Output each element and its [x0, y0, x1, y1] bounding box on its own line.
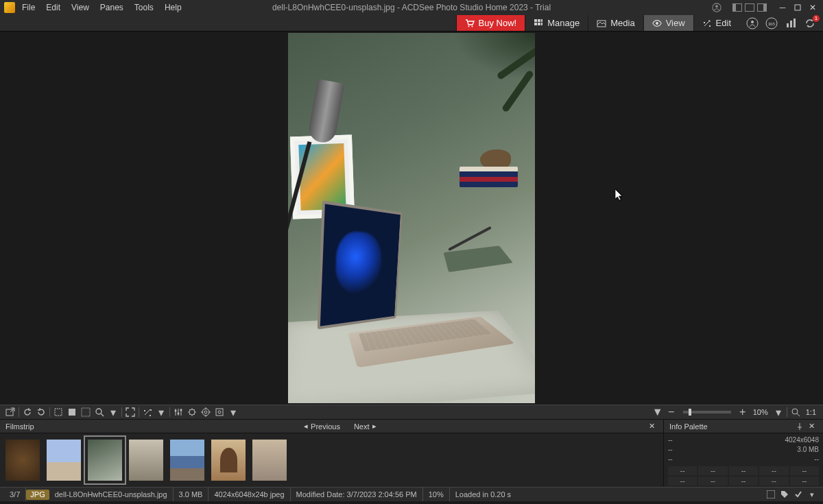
actual-size-button[interactable]: 1:1	[803, 408, 819, 416]
buy-now-button[interactable]: Buy Now!	[456, 15, 525, 31]
marquee-icon[interactable]	[80, 406, 92, 418]
menu-view[interactable]: View	[71, 3, 89, 12]
svg-point-33	[792, 409, 798, 414]
info-palette-panel: Info Palette ✕ --4024x6048 --3.0 MB ----…	[664, 420, 823, 487]
status-zoom: 10%	[423, 488, 450, 501]
filmstrip-close-icon[interactable]: ✕	[646, 422, 658, 431]
mouse-cursor	[615, 189, 623, 202]
rotate-right-icon[interactable]	[35, 406, 47, 418]
zoom-percent: 10%	[750, 408, 771, 416]
layout-right-icon[interactable]	[757, 3, 767, 12]
svg-point-25	[175, 410, 177, 412]
thumb-1[interactable]	[5, 440, 40, 481]
mode-view[interactable]: View	[643, 15, 693, 31]
adjust-icon[interactable]	[172, 406, 184, 418]
menu-help[interactable]: Help	[165, 3, 182, 12]
thumb-5[interactable]	[170, 440, 204, 481]
zoom-out-icon[interactable]: −	[665, 406, 678, 418]
layout-center-icon[interactable]	[745, 3, 754, 12]
svg-point-30	[204, 411, 207, 413]
info-dimensions: 4024x6048	[785, 436, 820, 444]
365-icon[interactable]: 365	[765, 17, 778, 29]
status-counter: 3/7	[4, 488, 26, 501]
maximize-button[interactable]	[793, 3, 802, 12]
info-field: --	[814, 455, 819, 463]
menu-tools[interactable]: Tools	[134, 3, 154, 12]
svg-rect-17	[787, 23, 789, 27]
rotate-left-icon[interactable]	[21, 406, 34, 418]
fit-icon[interactable]	[789, 406, 802, 418]
thumb-7[interactable]	[252, 440, 287, 481]
preset-dropdown-icon[interactable]: ▾	[227, 406, 239, 418]
app-icon	[4, 2, 15, 13]
zoom-dropdown-icon[interactable]: ▾	[107, 406, 119, 418]
svg-rect-22	[69, 409, 75, 416]
fx-icon[interactable]	[141, 406, 154, 418]
info-close-icon[interactable]: ✕	[806, 422, 818, 431]
preset-icon[interactable]	[213, 406, 226, 418]
zoom-in-icon[interactable]: +	[737, 406, 749, 418]
mode-manage[interactable]: Manage	[525, 15, 588, 31]
svg-rect-23	[82, 408, 90, 416]
select-icon[interactable]	[52, 406, 64, 418]
external-editor-icon[interactable]	[4, 406, 16, 418]
info-field: --	[668, 446, 673, 453]
layout-presets	[732, 3, 767, 12]
media-icon	[597, 19, 606, 28]
mode-media[interactable]: Media	[588, 15, 643, 31]
color-label-icon[interactable]	[765, 489, 776, 500]
svg-point-1	[715, 5, 718, 8]
svg-point-29	[202, 409, 209, 416]
menu-file[interactable]: File	[22, 3, 35, 12]
status-format-badge: JPG	[26, 490, 49, 500]
info-grid: ---------- ----------	[668, 466, 819, 485]
mode-edit[interactable]: Edit	[693, 15, 739, 31]
image-viewer[interactable]	[0, 32, 823, 405]
close-button[interactable]: ✕	[808, 3, 818, 12]
dashboard-icon[interactable]	[785, 17, 797, 29]
prev-chevron-icon[interactable]: ◂	[304, 422, 308, 431]
filmstrip-prev[interactable]: Previous	[311, 422, 340, 431]
window-title: dell-L8OnHwhCEE0-unsplash.jpg - ACDSee P…	[272, 3, 551, 12]
people-icon[interactable]	[746, 17, 759, 29]
filter-dropdown-icon[interactable]: ▼	[652, 406, 664, 418]
title-bar: File Edit View Panes Tools Help dell-L8O…	[0, 0, 823, 15]
svg-rect-9	[541, 19, 542, 22]
minimize-button[interactable]: ─	[778, 3, 787, 12]
tag-icon[interactable]	[779, 489, 790, 500]
account-icon[interactable]	[712, 3, 721, 12]
thumb-6[interactable]	[211, 440, 246, 481]
svg-point-4	[471, 25, 473, 27]
menu-edit[interactable]: Edit	[46, 3, 60, 12]
svg-text:365: 365	[768, 22, 776, 26]
cart-icon	[465, 19, 475, 28]
filmstrip-next[interactable]: Next	[354, 422, 370, 431]
target-icon[interactable]	[200, 406, 212, 418]
select-active-icon[interactable]	[66, 406, 78, 418]
thumb-2[interactable]	[47, 440, 81, 481]
svg-point-32	[218, 411, 221, 413]
sync-icon[interactable]: 1	[804, 17, 816, 29]
svg-point-14	[751, 21, 754, 23]
zoom-slider[interactable]	[683, 411, 731, 413]
status-dropdown-icon[interactable]: ▾	[807, 489, 818, 500]
svg-rect-18	[790, 21, 792, 27]
main-menu: File Edit View Panes Tools Help	[19, 3, 182, 12]
thumb-4[interactable]	[129, 440, 163, 481]
layout-left-icon[interactable]	[732, 3, 742, 12]
zoom-tool-icon[interactable]	[93, 406, 106, 418]
zoom-pct-dropdown-icon[interactable]: ▾	[772, 406, 785, 418]
preview-image	[288, 33, 535, 403]
fx-dropdown-icon[interactable]: ▾	[155, 406, 167, 418]
check-icon[interactable]	[793, 489, 804, 500]
fullscreen-icon[interactable]	[124, 406, 136, 418]
next-chevron-icon[interactable]: ▸	[372, 422, 377, 431]
eye-icon	[652, 19, 662, 28]
svg-rect-2	[795, 5, 800, 10]
exposure-icon[interactable]	[186, 406, 198, 418]
svg-point-3	[468, 25, 469, 27]
pin-icon[interactable]	[794, 423, 806, 430]
menu-panes[interactable]: Panes	[100, 3, 123, 12]
thumb-3[interactable]	[88, 440, 122, 481]
viewer-toolbar: ▾ ▾ ▾ ▼ − + 10% ▾ 1:1	[0, 405, 823, 420]
